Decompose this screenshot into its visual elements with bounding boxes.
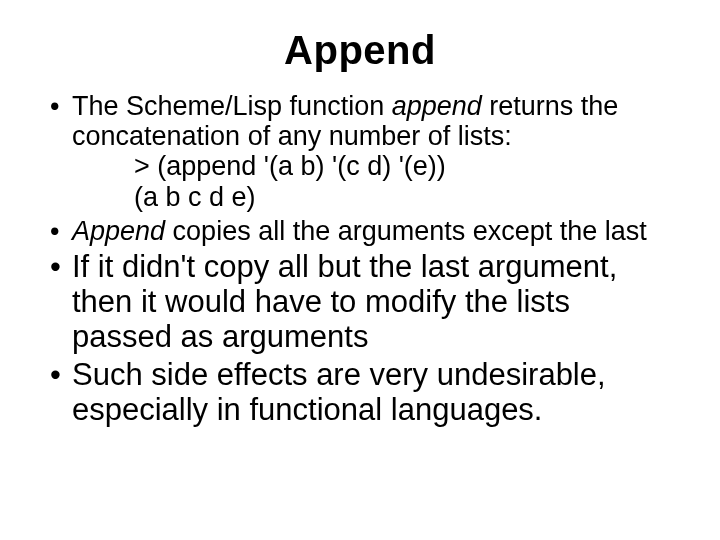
bullet-4-text: Such side effects are very undesirable, …: [72, 357, 606, 427]
slide-title: Append: [50, 28, 670, 73]
bullet-item-3: If it didn't copy all but the last argum…: [50, 250, 670, 354]
bullet-2-text-post: copies all the arguments except the last: [165, 216, 647, 246]
bullet-3-text: If it didn't copy all but the last argum…: [72, 249, 617, 353]
bullet-item-4: Such side effects are very undesirable, …: [50, 358, 670, 427]
bullet-item-1: The Scheme/Lisp function append returns …: [50, 91, 670, 212]
bullet-1-text-pre: The Scheme/Lisp function: [72, 91, 392, 121]
bullet-1-code-line-2: (a b c d e): [72, 182, 670, 212]
bullet-item-2: Append copies all the arguments except t…: [50, 216, 670, 246]
slide: Append The Scheme/Lisp function append r…: [0, 0, 720, 540]
bullet-1-code-line-1: > (append '(a b) '(c d) '(e)): [72, 151, 670, 181]
bullet-1-em: append: [392, 91, 482, 121]
bullet-list: The Scheme/Lisp function append returns …: [50, 91, 670, 428]
bullet-2-em: Append: [72, 216, 165, 246]
